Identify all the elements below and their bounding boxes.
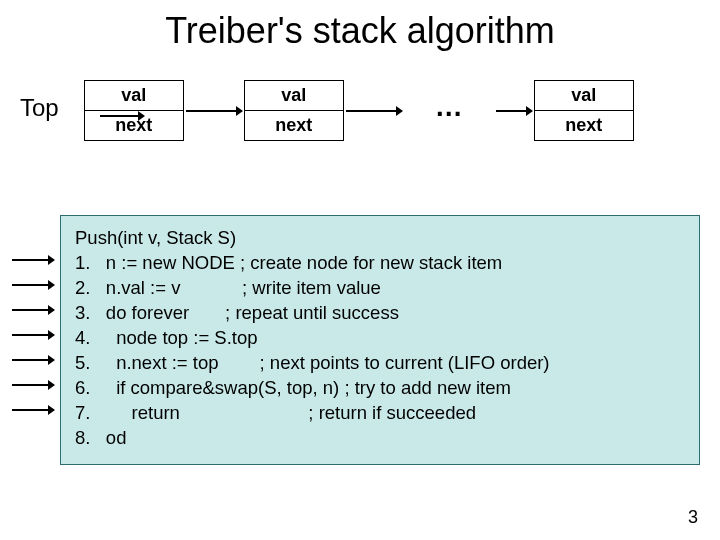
svg-marker-21 [48, 405, 55, 415]
thread-arrow-icon [12, 255, 55, 415]
arrow-node2-to-ellipsis [344, 103, 404, 119]
svg-marker-13 [48, 305, 55, 315]
code-line-5: 5. n.next := top ; next points to curren… [75, 351, 685, 376]
arrow-node1-to-node2 [184, 103, 244, 119]
code-line-3: 3. do forever ; repeat until success [75, 301, 685, 326]
svg-marker-15 [48, 330, 55, 340]
slide-title: Treiber's stack algorithm [0, 0, 720, 52]
code-box: Push(int v, Stack S) 1. n := new NODE ; … [60, 215, 700, 465]
page-number: 3 [688, 507, 698, 528]
code-line-2: 2. n.val := v ; write item value [75, 276, 685, 301]
arrow-top-to-node1 [100, 108, 145, 124]
code-line-4: 4. node top := S.top [75, 326, 685, 351]
node2-val: val [245, 81, 343, 110]
svg-marker-7 [526, 106, 533, 116]
stack-node-3: val next [534, 80, 634, 141]
svg-marker-9 [48, 255, 55, 265]
arrow-ellipsis-to-node3 [494, 103, 534, 119]
stack-node-2: val next [244, 80, 344, 141]
code-line-7: 7. return ; return if succeeded [75, 401, 685, 426]
stack-diagram: Top val next val next … val next [20, 80, 700, 141]
svg-marker-19 [48, 380, 55, 390]
svg-marker-17 [48, 355, 55, 365]
thread-arrows [10, 252, 55, 436]
svg-marker-5 [396, 106, 403, 116]
svg-marker-1 [138, 111, 145, 121]
node3-next: next [535, 110, 633, 140]
node3-val: val [535, 81, 633, 110]
code-line-6: 6. if compare&swap(S, top, n) ; try to a… [75, 376, 685, 401]
svg-marker-11 [48, 280, 55, 290]
code-line-8: 8. od [75, 426, 685, 451]
ellipsis: … [404, 91, 494, 131]
code-header: Push(int v, Stack S) [75, 226, 685, 251]
svg-marker-3 [236, 106, 243, 116]
node1-val: val [85, 81, 183, 110]
node2-next: next [245, 110, 343, 140]
code-line-1: 1. n := new NODE ; create node for new s… [75, 251, 685, 276]
top-label: Top [20, 94, 59, 128]
